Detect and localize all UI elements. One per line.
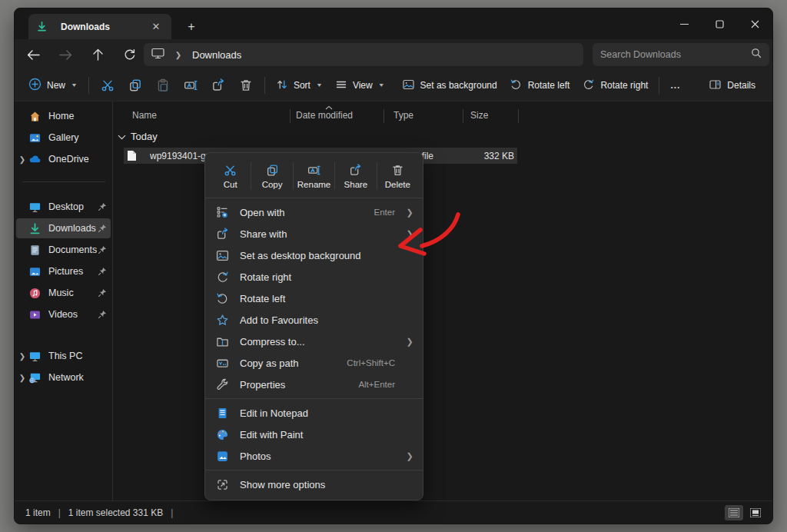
sidebar-item-onedrive[interactable]: ❯ OneDrive [16, 149, 111, 169]
see-more-button[interactable]: ... [664, 75, 686, 95]
home-icon [28, 110, 42, 123]
delete-button[interactable] [232, 74, 260, 97]
sidebar: Home Gallery ❯ OneDrive Desktop [15, 101, 112, 500]
sidebar-item-pictures[interactable]: Pictures [16, 261, 111, 281]
menu-item-label: Open with [240, 207, 374, 218]
column-header-name[interactable]: Name [132, 110, 157, 121]
menu-item-show-more-options[interactable]: Show more options [205, 474, 423, 495]
menu-item-edit-in-notepad[interactable]: Edit in Notepad [205, 402, 423, 424]
share-button[interactable] [204, 74, 232, 97]
cut-button[interactable] [94, 74, 121, 97]
sidebar-item-downloads[interactable]: Downloads [16, 218, 111, 238]
expand-chevron-icon[interactable]: ❯ [16, 352, 28, 361]
menu-item-rotate-left[interactable]: Rotate left [205, 288, 423, 309]
column-header-date-modified[interactable]: Date modified [296, 110, 353, 121]
column-header-type[interactable]: Type [394, 110, 413, 121]
star-icon [216, 314, 229, 327]
menu-item-label: Set as desktop background [240, 250, 395, 261]
sidebar-item-gallery[interactable]: Gallery [16, 128, 111, 148]
menu-item-copy-as-path[interactable]: Copy as path Ctrl+Shift+C [205, 352, 423, 374]
videos-icon [28, 308, 42, 321]
close-button[interactable] [737, 8, 772, 39]
item-count: 1 item [25, 507, 51, 518]
sidebar-item-label: Pictures [48, 266, 97, 277]
rotate-right-button[interactable]: Rotate right [576, 74, 654, 98]
cut-quick-button[interactable]: Cut [210, 158, 251, 195]
sidebar-item-music[interactable]: Music [16, 283, 111, 303]
menu-item-photos[interactable]: Photos ❯ [205, 445, 423, 467]
view-button[interactable]: View ▼ [329, 74, 391, 98]
expand-chevron-icon[interactable]: ❯ [16, 155, 28, 164]
sidebar-item-network[interactable]: ❯ Network [16, 367, 111, 387]
new-button[interactable]: New ▼ [22, 73, 84, 98]
menu-item-set-as-desktop-background[interactable]: Set as desktop background [205, 244, 423, 266]
menu-item-share-with[interactable]: Share with ❯ [205, 223, 423, 244]
search-box[interactable]: Search Downloads [593, 43, 769, 66]
wallpaper-icon [402, 78, 415, 93]
tab-title: Downloads [61, 22, 142, 32]
menu-item-add-to-favourites[interactable]: Add to Favourites [205, 309, 423, 331]
sidebar-item-videos[interactable]: Videos [16, 304, 111, 324]
column-divider[interactable] [463, 109, 463, 123]
up-button[interactable] [85, 43, 110, 66]
column-divider[interactable] [384, 109, 384, 123]
copy-icon [128, 78, 142, 92]
group-header-today[interactable]: Today [118, 131, 158, 142]
trash-icon [239, 78, 253, 92]
menu-item-rotate-right[interactable]: Rotate right [205, 266, 423, 288]
copy-button[interactable] [121, 74, 149, 97]
context-menu: Cut Copy Rename Share Delete [204, 152, 423, 500]
menu-item-label: Rotate left [240, 293, 395, 304]
sort-button[interactable]: Sort ▼ [270, 74, 329, 98]
quick-action-label: Copy [262, 180, 283, 189]
delete-quick-button[interactable]: Delete [377, 158, 418, 195]
sidebar-item-this-pc[interactable]: ❯ This PC [16, 346, 111, 366]
minimize-button[interactable] [666, 8, 702, 39]
back-button[interactable] [21, 43, 45, 66]
rename-button[interactable] [177, 74, 204, 97]
refresh-button[interactable] [118, 43, 142, 66]
show-more-icon [216, 478, 229, 491]
set-as-background-button[interactable]: Set as background [396, 74, 503, 98]
breadcrumb-location[interactable]: Downloads [192, 49, 241, 61]
this-pc-icon [151, 48, 164, 62]
context-menu-quick-actions: Cut Copy Rename Share Delete [205, 156, 423, 195]
rename-quick-button[interactable]: Rename [294, 158, 334, 195]
copy-quick-button[interactable]: Copy [251, 158, 292, 195]
sidebar-item-label: Music [48, 288, 97, 298]
menu-item-label: Rotate right [240, 271, 395, 283]
details-pane-button[interactable]: Details [702, 74, 762, 98]
forward-button[interactable] [53, 43, 78, 66]
column-divider[interactable] [518, 109, 519, 123]
paint-palette-icon [216, 428, 229, 441]
column-divider[interactable] [290, 109, 291, 123]
menu-item-compress-to[interactable]: Compress to... ❯ [205, 331, 423, 352]
wallpaper-icon [216, 249, 229, 262]
onedrive-icon [28, 153, 42, 166]
tab-close-icon[interactable]: ✕ [148, 19, 164, 35]
menu-item-edit-with-paint[interactable]: Edit with Paint [205, 424, 423, 445]
rotate-left-button[interactable]: Rotate left [503, 74, 576, 98]
paste-button[interactable] [149, 74, 177, 97]
maximize-button[interactable] [702, 8, 737, 39]
menu-item-shortcut: Ctrl+Shift+C [347, 358, 395, 367]
sidebar-item-label: Downloads [48, 223, 97, 234]
column-header-size[interactable]: Size [470, 110, 488, 121]
expand-chevron-icon[interactable]: ❯ [16, 374, 28, 382]
sidebar-item-desktop[interactable]: Desktop [16, 197, 111, 217]
trash-icon [391, 164, 404, 177]
tab-downloads[interactable]: Downloads ✕ [28, 14, 171, 39]
menu-item-properties[interactable]: Properties Alt+Enter [205, 374, 423, 395]
menu-item-open-with[interactable]: Open with Enter ❯ [205, 201, 423, 223]
sidebar-item-home[interactable]: Home [16, 106, 111, 126]
navigation-bar: ❯ Downloads Search Downloads [15, 39, 772, 70]
collapse-chevron-icon[interactable] [118, 131, 126, 142]
share-quick-button[interactable]: Share [335, 158, 376, 195]
details-view-button[interactable] [725, 505, 743, 520]
sidebar-item-documents[interactable]: Documents [16, 240, 111, 260]
menu-item-label: Copy as path [240, 357, 347, 369]
large-icons-view-button[interactable] [746, 505, 765, 520]
new-tab-button[interactable]: + [182, 18, 201, 36]
breadcrumb-chevron-icon: ❯ [172, 51, 184, 59]
address-bar[interactable]: ❯ Downloads [144, 43, 583, 66]
